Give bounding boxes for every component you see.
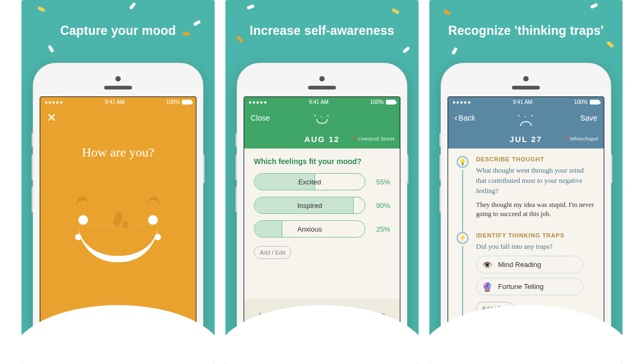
mind-reading-icon: 👁️ [482,259,493,270]
mood-label: Excited [254,174,365,190]
close-icon[interactable]: ✕ [47,112,56,124]
chevron-left-icon: ‹ [455,113,457,122]
status-time: 9:41 AM [309,99,328,105]
status-bar: ●●●●● 9:41 AM 100% [244,97,400,107]
entry-location: Liverpool Street [352,136,394,142]
back-button[interactable]: ‹Back [455,113,475,123]
step-question: What thought went through your mind that… [476,166,595,196]
step-title: DESCRIBE THOUGHT [476,156,595,162]
step-title: IDENTIFY THINKING TRAPS [476,232,595,239]
mood-percent: 25% [371,225,390,233]
battery-icon [386,100,396,105]
mood-label: Anxious [254,221,365,237]
step-answer: They thought my idea was stupid. I'm nev… [476,200,595,219]
status-time: 9:41 AM [105,99,125,105]
status-time: 9:41 AM [513,99,532,105]
mood-row[interactable]: Excited 55% [254,173,390,190]
status-bar: ●●●●● 9:41 AM 100% [448,97,604,107]
signal-dots: ●●●●● [452,99,471,105]
mood-percent: 90% [371,202,390,210]
mood-row[interactable]: Inspired 90% [254,197,390,214]
battery-icon [182,100,192,105]
slide-capture-mood: Capture your mood ●●●●● 9:41 AM 100% ✕ H… [21,0,215,364]
mood-mini-icon: • ⌄ • [517,109,535,126]
entry-date: AUG 12 [304,135,340,144]
slide-title: Increase self-awareness [225,24,419,38]
trap-chip[interactable]: 👁️Mind Reading [476,256,583,273]
add-edit-button[interactable]: Add / Edit [254,246,291,259]
mood-mini-icon: • ⌄ • [313,109,331,124]
battery-pct: 100% [574,99,588,105]
signal-dots: ●●●●● [248,99,267,105]
lightbulb-icon: 💡 [457,156,469,168]
slide-thinking-traps: Recognize 'thinking traps' ●●●●● 9:41 AM… [429,0,623,364]
entry-location: Whitechapel [564,136,598,142]
signal-dots: ●●●●● [45,99,63,105]
slide-title: Recognize 'thinking traps' [429,24,623,38]
mood-row[interactable]: Anxious 25% [254,220,390,237]
trap-chip[interactable]: 🔮Fortune Telling [476,278,583,295]
mood-heading: How are you? [40,145,196,160]
save-button[interactable]: Save [580,114,597,122]
fortune-telling-icon: 🔮 [482,281,493,292]
slide-self-awareness: Increase self-awareness ●●●●● 9:41 AM 10… [225,0,419,364]
battery-pct: 100% [370,99,384,105]
mood-label: Inspired [254,197,365,214]
entry-date: JUL 27 [510,135,543,144]
feelings-question: Which feelings fit your mood? [254,157,390,166]
close-button[interactable]: Close [251,114,270,122]
mood-percent: 55% [371,178,390,186]
bolt-icon: ⚡ [457,232,469,244]
battery-icon [590,100,599,105]
slide-title: Capture your mood [21,24,215,38]
mood-face-icon[interactable] [70,197,166,272]
step-question: Did you fall into any traps? [476,242,595,252]
step-describe-thought: 💡 DESCRIBE THOUGHT What thought went thr… [457,156,595,232]
battery-pct: 100% [166,99,180,105]
status-bar: ●●●●● 9:41 AM 100% [40,97,196,107]
